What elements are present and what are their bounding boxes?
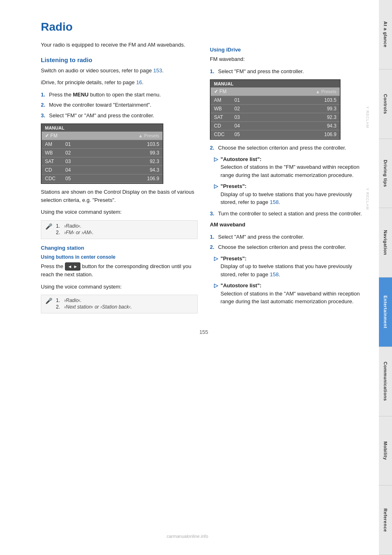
- table-row: CDC 05 106.9: [42, 175, 163, 183]
- fm-step3-list: 3. Turn the controller to select a stati…: [210, 210, 367, 218]
- fm-step2-list: 2. Choose the selection criterion and pr…: [210, 144, 367, 152]
- sidebar-tab-entertainment[interactable]: Entertainment: [379, 278, 392, 347]
- watermark-1: Y RECLAM: [365, 188, 370, 210]
- stations-text: Stations are shown on the Control Displa…: [41, 188, 198, 204]
- voice-cmd-heading-1: Using the voice command system:: [41, 208, 198, 216]
- fm-step-1: 1. Select "FM" and press the controller.: [210, 67, 367, 76]
- sidebar-tab-controls[interactable]: Controls: [379, 69, 392, 139]
- page-ref-158-2[interactable]: 158: [270, 271, 279, 278]
- am-steps-list: 1. Select "AM" and press the controller.…: [210, 233, 367, 251]
- am-step-2: 2. Choose the selection criterion and pr…: [210, 243, 367, 251]
- table-row: SAT 03 92.3: [211, 113, 340, 122]
- fm-waveband-label: FM waveband:: [210, 55, 367, 63]
- voice-step-1: 1. ›Radio‹.: [56, 223, 193, 229]
- arrow-item-autostore-fm: ▷ "Autostore list": Selection of station…: [214, 155, 367, 179]
- voice-command-block-1: 🎤 1. ›Radio‹. 2. ›FM‹ or ›AM‹.: [41, 220, 198, 239]
- arrow-item-presets-fm: ▷ "Presets": Display of up to twelve sta…: [214, 182, 367, 206]
- table-row: ✓ FM ▲ Presets: [211, 87, 340, 96]
- table-row: CDC 05 106.9: [211, 130, 340, 139]
- am-waveband-label: AM waveband: [210, 221, 367, 229]
- sidebar-tab-communications[interactable]: Communications: [379, 347, 392, 416]
- list-item-3: 3. Select "FM" or "AM" and press the con…: [41, 112, 198, 120]
- fm-arrow-list: ▷ "Autostore list": Selection of station…: [210, 155, 367, 206]
- list-item-1: 1. Press the MENU button to open the sta…: [41, 91, 198, 99]
- list-item-2: 2. Move the controller toward "Entertain…: [41, 101, 198, 109]
- table-row: ✓ FM ▲ Presets: [42, 132, 163, 140]
- sidebar-tab-driving-tips[interactable]: Driving tips: [379, 139, 392, 208]
- voice-step-2b: 2. ›Next station‹ or ›Station back‹.: [56, 304, 193, 310]
- changing-station-heading: Changing station: [41, 245, 198, 251]
- table-row: CD 04 94.3: [42, 166, 163, 175]
- fm-step-2: 2. Choose the selection criterion and pr…: [210, 144, 367, 152]
- page-title: Radio: [41, 20, 367, 34]
- am-arrow-list: ▷ "Presets": Display of up to twelve sta…: [210, 255, 367, 306]
- table-row: SAT 03 92.3: [42, 157, 163, 166]
- radio-display-right: MANUAL ✓ FM ▲ Presets AM 01 103.5 WB 02: [210, 79, 341, 140]
- arrow-item-autostore-am: ▷ "Autostore list": Selection of station…: [214, 282, 367, 306]
- sidebar-tab-at-a-glance[interactable]: At a glance: [379, 0, 392, 69]
- table-row: AM 01 103.5: [42, 140, 163, 149]
- page-ref-153[interactable]: 153: [153, 67, 162, 74]
- am-step-1: 1. Select "AM" and press the controller.: [210, 233, 367, 241]
- watermark-2: Y RECLAM: [365, 106, 370, 128]
- footer-watermark: carmanualonline.info: [0, 534, 375, 539]
- voice-step-2a: 1. ›Radio‹.: [56, 298, 193, 303]
- two-column-layout: Your radio is equipped to receive the FM…: [41, 41, 367, 317]
- voice-icon: 🎤: [45, 223, 53, 230]
- voice-command-block-2: 🎤 1. ›Radio‹. 2. ›Next station‹ or ›Stat…: [41, 295, 198, 313]
- main-content: Radio Your radio is equipped to receive …: [16, 0, 375, 360]
- page-ref-158-1[interactable]: 158: [270, 199, 279, 205]
- using-buttons-text: Press the ◄ ► button for the correspondi…: [41, 262, 198, 279]
- display-header-left: MANUAL: [42, 124, 163, 132]
- voice-steps-2: 1. ›Radio‹. 2. ›Next station‹ or ›Statio…: [56, 298, 193, 311]
- sidebar-tabs: At a glance Controls Driving tips Naviga…: [379, 0, 392, 555]
- using-idrive-heading: Using iDrive: [210, 47, 367, 53]
- table-row: WB 02 99.3: [42, 149, 163, 157]
- sidebar-tab-mobility[interactable]: Mobility: [379, 416, 392, 486]
- display-header-right: MANUAL: [211, 80, 340, 87]
- voice-icon-2: 🎤: [45, 298, 53, 304]
- arrow-item-presets-am: ▷ "Presets": Display of up to twelve sta…: [214, 255, 367, 279]
- left-column: Your radio is equipped to receive the FM…: [41, 41, 198, 317]
- voice-steps: 1. ›Radio‹. 2. ›FM‹ or ›AM‹.: [56, 223, 193, 236]
- listening-intro: Switch on audio or video sources, refer …: [41, 67, 198, 75]
- fm-step-3: 3. Turn the controller to select a stati…: [210, 210, 367, 218]
- voice-step-2: 2. ›FM‹ or ›AM‹.: [56, 230, 193, 235]
- sidebar-tab-reference[interactable]: Reference: [379, 486, 392, 555]
- table-row: CD 04 94.3: [211, 122, 340, 130]
- voice-cmd-heading-2: Using the voice command system:: [41, 283, 198, 291]
- fm-steps-list: 1. Select "FM" and press the controller.: [210, 67, 367, 76]
- right-column: Using iDrive FM waveband: 1. Select "FM"…: [210, 41, 367, 317]
- radio-table-right: ✓ FM ▲ Presets AM 01 103.5 WB 02 99.3: [211, 87, 340, 139]
- intro-text: Your radio is equipped to receive the FM…: [41, 41, 198, 49]
- idrive-ref: iDrive, for principle details, refer to …: [41, 78, 198, 87]
- left-steps-list: 1. Press the MENU button to open the sta…: [41, 91, 198, 120]
- page-ref-16[interactable]: 16: [136, 79, 142, 85]
- radio-table-left: ✓ FM ▲ Presets AM 01 103.5 WB 02 99.3: [42, 132, 163, 183]
- table-row: AM 01 103.5: [211, 96, 340, 105]
- nav-button[interactable]: ◄ ►: [65, 262, 81, 271]
- sidebar-tab-navigation[interactable]: Navigation: [379, 208, 392, 278]
- using-buttons-heading: Using buttons in center console: [41, 254, 198, 260]
- page-number: 155: [41, 329, 367, 343]
- listening-heading: Listening to radio: [41, 56, 198, 63]
- radio-display-left: MANUAL ✓ FM ▲ Presets AM 01 103.5 WB 02: [41, 123, 163, 184]
- table-row: WB 02 99.3: [211, 105, 340, 113]
